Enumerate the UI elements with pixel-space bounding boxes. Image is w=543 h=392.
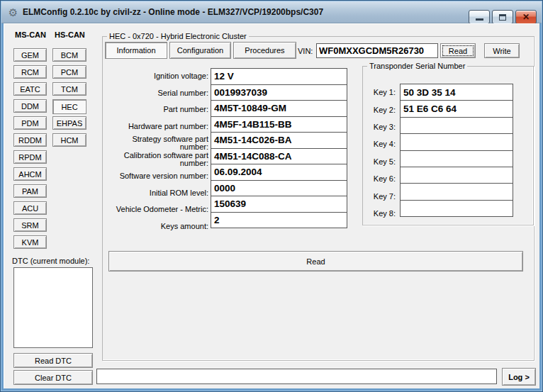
- field-label: Software version number:: [107, 168, 208, 185]
- module-button-ehpas[interactable]: EHPAS: [52, 116, 86, 130]
- hardware-part-value: 4M5F-14B115-BB: [211, 116, 347, 133]
- module-group-title: HEC - 0x720 - Hybrid Electronic Cluster: [107, 32, 249, 40]
- field-label: Hardware part number:: [107, 118, 208, 135]
- module-button-pdm[interactable]: PDM: [13, 116, 47, 130]
- module-button-tcm[interactable]: TCM: [52, 82, 86, 96]
- read-dtc-button[interactable]: Read DTC: [13, 353, 93, 368]
- key-label: Key 7:: [364, 187, 396, 204]
- vin-write-button[interactable]: Write: [484, 43, 520, 58]
- module-button-eatc[interactable]: EATC: [13, 82, 47, 96]
- clear-dtc-button[interactable]: Clear DTC: [13, 370, 93, 385]
- info-field-values: 12 V 0019937039 4M5T-10849-GM 4M5F-14B11…: [211, 68, 347, 228]
- key-label: Key 8:: [364, 205, 396, 222]
- vin-label: VIN:: [298, 47, 313, 55]
- title-bar[interactable]: ⚙ ELMConfig 0.2.10c by civil-zz - Online…: [1, 1, 542, 23]
- calibration-software-value: 4M51-14C088-CA: [211, 148, 347, 165]
- log-input[interactable]: [96, 369, 497, 384]
- key-1-value: 50 3D 35 14: [400, 84, 513, 101]
- module-button-pcm[interactable]: PCM: [52, 65, 86, 79]
- module-button-pam[interactable]: PAM: [13, 184, 47, 198]
- app-gear-icon: ⚙: [7, 6, 19, 18]
- field-label: Part number:: [107, 101, 208, 118]
- serial-number-value: 0019937039: [211, 84, 347, 101]
- info-field-labels: Ignition voltage: Serial number: Part nu…: [107, 68, 208, 235]
- log-button[interactable]: Log >: [502, 368, 536, 386]
- ms-can-header: MS-CAN: [15, 30, 46, 39]
- key-4-value: [400, 133, 513, 150]
- key-labels: Key 1: Key 2: Key 3: Key 4: Key 5: Key 6…: [364, 84, 396, 222]
- field-label: Keys amount:: [107, 218, 208, 235]
- maximize-icon: [499, 14, 506, 21]
- field-label: Serial number:: [107, 85, 208, 102]
- field-label: Strategy software part number:: [107, 135, 208, 152]
- part-number-value: 4M5T-10849-GM: [211, 100, 347, 117]
- vin-read-button[interactable]: Read: [440, 43, 476, 58]
- key-8-value: [400, 200, 513, 217]
- module-button-acu[interactable]: ACU: [13, 201, 47, 215]
- module-button-hcm[interactable]: HCM: [52, 133, 86, 147]
- module-button-srm[interactable]: SRM: [13, 218, 47, 232]
- dtc-label: DTC (current module):: [12, 257, 89, 265]
- dtc-listbox[interactable]: [13, 267, 93, 348]
- field-label: Vehicle Odometer - Metric:: [107, 201, 208, 218]
- close-icon: ✕: [522, 13, 530, 21]
- module-button-rddm[interactable]: RDDM: [13, 133, 47, 147]
- software-version-value: 06.09.2004: [211, 164, 347, 181]
- main-read-button[interactable]: Read: [108, 251, 523, 271]
- key-5-value: [400, 150, 513, 167]
- app-window: ⚙ ELMConfig 0.2.10c by civil-zz - Online…: [0, 0, 543, 392]
- field-label: Ignition voltage:: [107, 68, 208, 85]
- tab-configuration[interactable]: Configuration: [169, 42, 231, 59]
- minimize-button[interactable]: [469, 10, 490, 24]
- module-button-ddm[interactable]: DDM: [13, 99, 47, 113]
- minimize-icon: [476, 18, 483, 21]
- module-button-rcm[interactable]: RCM: [13, 65, 47, 79]
- transponder-group-title: Transponder Serial Number: [367, 62, 467, 70]
- tab-information[interactable]: Information: [105, 42, 167, 59]
- key-values: 50 3D 35 14 51 E6 C6 64: [400, 84, 513, 217]
- module-button-bcm[interactable]: BCM: [52, 48, 86, 62]
- field-label: Calibration software part number:: [107, 152, 208, 169]
- vin-input[interactable]: [316, 43, 438, 58]
- window-title: ELMConfig 0.2.10c by civil-zz - Online m…: [23, 7, 323, 17]
- module-button-hec[interactable]: HEC: [52, 99, 86, 114]
- hs-can-header: HS-CAN: [55, 30, 85, 39]
- key-label: Key 4:: [364, 135, 396, 152]
- ignition-voltage-value: 12 V: [211, 68, 347, 85]
- key-label: Key 6:: [364, 170, 396, 187]
- key-6-value: [400, 167, 513, 184]
- close-button[interactable]: ✕: [515, 10, 537, 24]
- key-label: Key 3:: [364, 118, 396, 135]
- tab-procedures[interactable]: Procedures: [233, 42, 296, 59]
- odometer-value: 150639: [211, 196, 347, 213]
- key-3-value: [400, 117, 513, 134]
- key-2-value: 51 E6 C6 64: [400, 100, 513, 117]
- initial-rom-value: 0000: [211, 180, 347, 197]
- keys-amount-value: 2: [211, 212, 347, 229]
- module-button-rpdm[interactable]: RPDM: [13, 150, 47, 164]
- maximize-button[interactable]: [492, 10, 513, 24]
- key-label: Key 5:: [364, 153, 396, 170]
- module-button-kvm[interactable]: KVM: [13, 235, 47, 249]
- module-button-ahcm[interactable]: AHCM: [13, 167, 47, 181]
- module-button-gem[interactable]: GEM: [13, 48, 47, 62]
- key-label: Key 2:: [364, 101, 396, 118]
- key-label: Key 1:: [364, 84, 396, 101]
- strategy-software-value: 4M51-14C026-BA: [211, 132, 347, 149]
- key-7-value: [400, 183, 513, 200]
- field-label: Initial ROM level:: [107, 185, 208, 202]
